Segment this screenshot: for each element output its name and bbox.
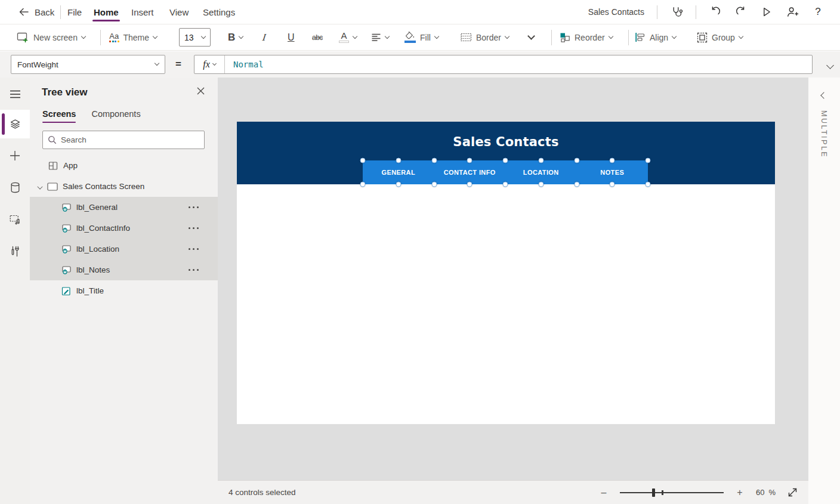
formula-bar-collapse-chevron[interactable] <box>827 60 833 70</box>
formula-bar: FontWeight = fx <box>0 51 840 78</box>
selection-handle[interactable] <box>467 158 472 163</box>
theme-icon: Aa <box>109 33 119 42</box>
selection-handle[interactable] <box>610 158 615 163</box>
app-name: Sales Contacts <box>588 7 644 17</box>
canvas-tab-contact-info[interactable]: CONTACT INFO <box>434 160 506 184</box>
screen-title-label[interactable]: Sales Contacts <box>237 135 775 149</box>
zoom-slider[interactable] <box>620 488 724 497</box>
menu-insert[interactable]: Insert <box>131 0 154 24</box>
canvas-area[interactable]: Sales Contacts GENERAL CONTACT INFO LOCA… <box>218 78 808 480</box>
ribbon-toolbar: New screen Aa Theme 13 B I U abc A <box>0 24 840 51</box>
zoom-slider-thumb[interactable] <box>652 488 655 497</box>
fit-to-window-icon[interactable] <box>788 487 798 497</box>
chevron-down-icon <box>81 33 86 38</box>
canvas-header[interactable]: Sales Contacts GENERAL CONTACT INFO LOCA… <box>237 122 775 184</box>
tab-components[interactable]: Components <box>91 109 140 123</box>
selection-handle[interactable] <box>503 158 508 163</box>
tree-item-app[interactable]: App <box>30 155 218 176</box>
text-align-button[interactable] <box>371 24 389 50</box>
reorder-button[interactable]: Reorder <box>560 24 613 50</box>
tree-item-lbl-contactinfo[interactable]: lbl_ContactInfo <box>30 218 218 239</box>
left-navigation-rail <box>0 78 30 504</box>
tree-view-panel: Tree view Screens Components App Sales C… <box>30 78 218 504</box>
fx-button[interactable]: fx <box>194 55 225 73</box>
canvas-tab-notes[interactable]: NOTES <box>577 160 648 184</box>
tree-item-lbl-location[interactable]: lbl_Location <box>30 239 218 259</box>
align-button[interactable]: Align <box>635 24 676 50</box>
selection-handle[interactable] <box>538 158 543 163</box>
fill-button[interactable]: Fill <box>404 24 438 50</box>
selection-handle[interactable] <box>646 182 651 187</box>
font-size-select[interactable]: 13 <box>179 28 211 47</box>
chevron-expanded-icon[interactable] <box>37 184 42 189</box>
tree-item-lbl-title[interactable]: lbl_Title <box>30 280 218 301</box>
new-screen-button[interactable]: New screen <box>17 24 85 50</box>
selection-handle[interactable] <box>646 158 651 163</box>
selection-handle[interactable] <box>360 182 366 187</box>
selection-handle[interactable] <box>574 158 579 163</box>
share-person-add-icon[interactable] <box>786 5 799 18</box>
preview-play-icon[interactable] <box>760 5 773 18</box>
property-selector[interactable]: FontWeight <box>11 55 165 74</box>
close-icon[interactable] <box>197 87 205 95</box>
selection-handle[interactable] <box>503 182 508 187</box>
more-options-button[interactable] <box>189 206 199 208</box>
app-icon <box>48 161 58 171</box>
zoom-in-button[interactable]: + <box>736 487 744 498</box>
selection-handle[interactable] <box>574 182 579 187</box>
search-input[interactable] <box>61 135 199 144</box>
more-formatting-button[interactable] <box>529 24 534 50</box>
tree-item-lbl-notes[interactable]: lbl_Notes <box>30 259 218 280</box>
tab-screens[interactable]: Screens <box>42 109 76 123</box>
more-options-button[interactable] <box>189 227 199 229</box>
selection-handle[interactable] <box>431 182 437 187</box>
redo-icon[interactable] <box>734 5 748 18</box>
selection-handle[interactable] <box>360 158 366 163</box>
tree-item-label: lbl_Title <box>76 286 104 295</box>
selection-handle[interactable] <box>538 182 543 187</box>
align-text-icon <box>371 33 381 42</box>
fill-bucket-icon <box>404 32 416 43</box>
tree-item-lbl-general[interactable]: lbl_General <box>30 197 218 218</box>
selection-handle[interactable] <box>396 158 401 163</box>
tree-item-screen[interactable]: Sales Contacts Screen <box>30 176 218 197</box>
hamburger-menu-icon[interactable] <box>0 80 30 109</box>
canvas-tab-general[interactable]: GENERAL <box>363 160 434 184</box>
help-icon[interactable]: ? <box>811 5 824 18</box>
artboard-sales-contacts-screen[interactable]: Sales Contacts GENERAL CONTACT INFO LOCA… <box>237 122 775 424</box>
new-screen-label: New screen <box>33 33 78 42</box>
menu-home[interactable]: Home <box>94 0 119 24</box>
back-button[interactable]: Back <box>18 0 54 24</box>
undo-icon[interactable] <box>709 5 722 18</box>
selection-handle[interactable] <box>610 182 615 187</box>
more-options-button[interactable] <box>189 269 199 271</box>
underline-button[interactable]: U <box>288 24 295 50</box>
advanced-tools-icon[interactable] <box>0 237 30 265</box>
theme-button[interactable]: Aa Theme <box>109 24 157 50</box>
insert-plus-icon[interactable] <box>0 141 30 170</box>
expand-panel-chevron-icon[interactable] <box>820 92 827 98</box>
search-icon <box>48 135 57 144</box>
chevron-down-icon <box>153 33 158 38</box>
more-options-button[interactable] <box>189 248 199 250</box>
media-icon[interactable] <box>0 205 30 234</box>
canvas-tab-location[interactable]: LOCATION <box>505 160 577 184</box>
strikethrough-button[interactable]: abc <box>312 24 323 50</box>
selection-handle[interactable] <box>467 182 472 187</box>
selection-handle[interactable] <box>396 182 401 187</box>
border-button[interactable]: Border <box>461 24 509 50</box>
tree-view-rail-icon[interactable] <box>0 110 30 138</box>
menu-settings[interactable]: Settings <box>203 0 235 24</box>
button-control-icon <box>61 245 72 254</box>
italic-button[interactable]: I <box>262 24 266 50</box>
bold-button[interactable]: B <box>228 24 243 50</box>
app-checker-stethoscope-icon[interactable] <box>670 5 683 18</box>
group-button[interactable]: Group <box>697 24 743 50</box>
selection-handle[interactable] <box>431 158 437 163</box>
font-color-button[interactable]: A <box>339 24 357 50</box>
zoom-out-button[interactable]: – <box>600 487 608 498</box>
formula-input[interactable] <box>225 55 812 73</box>
menu-file[interactable]: File <box>67 0 82 24</box>
data-sources-icon[interactable] <box>0 173 30 202</box>
menu-view[interactable]: View <box>169 0 189 24</box>
